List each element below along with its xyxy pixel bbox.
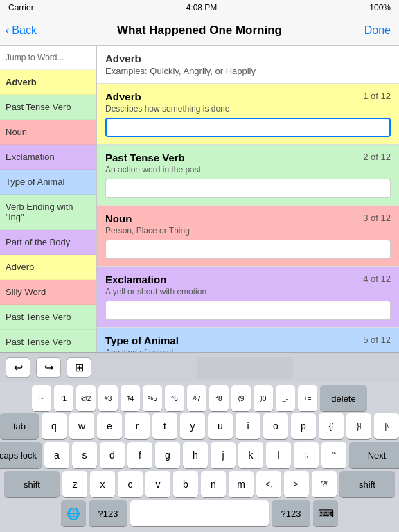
undo-button[interactable]: ↩ [6, 357, 30, 378]
key-p[interactable]: p [291, 413, 316, 439]
entry-desc-0: Describes how something is done [105, 104, 391, 114]
key-gt[interactable]: >. [284, 471, 309, 497]
key-b[interactable]: b [173, 471, 198, 497]
delete-button[interactable]: delete [320, 385, 367, 411]
key-1[interactable]: !1 [54, 385, 73, 411]
clipboard-button[interactable]: ⊞ [66, 357, 91, 378]
shift-right-key[interactable]: shift [339, 471, 395, 497]
sidebar-item-8[interactable]: Adverb [0, 255, 96, 280]
key-lt[interactable]: <, [256, 471, 281, 497]
back-chevron-icon: ‹ [6, 24, 9, 37]
key-s[interactable]: s [72, 442, 97, 468]
key-n[interactable]: n [201, 471, 226, 497]
key-5[interactable]: %5 [143, 385, 162, 411]
keyboard-icon[interactable]: ⌨ [313, 500, 338, 526]
key-rbrace[interactable]: }] [346, 413, 371, 439]
entry-input-1[interactable] [105, 179, 391, 198]
key-v[interactable]: v [145, 471, 170, 497]
sidebar-item-3[interactable]: Noun [0, 120, 96, 145]
key-u[interactable]: u [208, 413, 233, 439]
sidebar-item-7[interactable]: Part of the Body [0, 230, 96, 255]
num-switch-left[interactable]: ?123 [89, 500, 127, 526]
key-7[interactable]: &7 [187, 385, 206, 411]
number-row: ~ !1 @2 #3 $4 %5 ^6 &7 *8 (9 )0 _- += de… [1, 385, 398, 411]
key-w[interactable]: w [69, 413, 94, 439]
key-m[interactable]: m [229, 471, 254, 497]
key-h[interactable]: h [183, 442, 208, 468]
return-key[interactable]: Next [349, 442, 399, 468]
sidebar-item-10[interactable]: Past Tense Verb [0, 305, 96, 330]
row-qwerty: tab q w e r t y u i o p {[ }] |\ [1, 413, 398, 439]
entry-title-0: Adverb [105, 91, 141, 103]
entry-title-2: Noun [105, 213, 132, 224]
key-c[interactable]: c [118, 471, 143, 497]
entry-input-2[interactable] [105, 240, 391, 259]
redo-button[interactable]: ↪ [36, 357, 61, 378]
prompt-block: Adverb Examples: Quickly, Angrily, or Ha… [97, 46, 399, 84]
key-2[interactable]: @2 [76, 385, 96, 411]
entry-input-0[interactable] [105, 118, 391, 137]
key-z[interactable]: z [62, 471, 87, 497]
prompt-example: Examples: Quickly, Angrily, or Happily [105, 66, 391, 76]
key-tilde[interactable]: ~ [32, 385, 51, 411]
sidebar-item-0[interactable]: Jump to Word... [0, 46, 96, 70]
key-plus[interactable]: += [298, 385, 317, 411]
key-t[interactable]: t [152, 413, 177, 439]
main-form: Adverb Examples: Quickly, Angrily, or Ha… [97, 46, 399, 352]
key-a[interactable]: a [44, 442, 69, 468]
key-colon[interactable]: :; [294, 442, 319, 468]
entry-count-3: 4 of 12 [363, 274, 391, 284]
key-pipe[interactable]: |\ [374, 413, 399, 439]
key-k[interactable]: k [238, 442, 263, 468]
entry-count-2: 3 of 12 [363, 213, 391, 223]
entry-title-3: Exclamation [105, 274, 166, 285]
key-quote[interactable]: "' [321, 442, 346, 468]
key-4[interactable]: $4 [121, 385, 140, 411]
key-6[interactable]: ^6 [165, 385, 184, 411]
key-question[interactable]: ?/ [312, 471, 337, 497]
sidebar-item-4[interactable]: Exclamation [0, 145, 96, 170]
key-minus[interactable]: _- [276, 385, 295, 411]
key-f[interactable]: f [127, 442, 152, 468]
key-j[interactable]: j [211, 442, 236, 468]
key-d[interactable]: d [100, 442, 125, 468]
key-i[interactable]: i [236, 413, 260, 439]
row-asdf: caps lock a s d f g h j k l :; "' Next [1, 442, 398, 468]
done-button[interactable]: Done [364, 24, 391, 37]
key-lbrace[interactable]: {[ [319, 413, 344, 439]
sidebar-item-9[interactable]: Silly Word [0, 280, 96, 305]
key-o[interactable]: o [263, 413, 288, 439]
sidebar-item-6[interactable]: Verb Ending with "ing" [0, 195, 96, 230]
sidebar-item-1[interactable]: Adverb [0, 70, 96, 95]
tab-key[interactable]: tab [0, 413, 39, 439]
key-9[interactable]: (9 [231, 385, 251, 411]
back-button[interactable]: ‹ Back [6, 24, 37, 37]
page-title: What Happened One Morning [117, 24, 282, 37]
entry-input-3[interactable] [105, 301, 391, 320]
entry-desc-3: A yell or shout with emotion [105, 287, 391, 296]
sidebar-item-11[interactable]: Past Tense Verb [0, 330, 96, 352]
toolbar-area [197, 357, 292, 379]
sidebar-item-2[interactable]: Past Tense Verb [0, 95, 96, 120]
sidebar-item-5[interactable]: Type of Animal [0, 170, 96, 195]
time: 4:08 PM [186, 3, 218, 12]
key-q[interactable]: q [42, 413, 66, 439]
entry-count-0: 1 of 12 [363, 91, 391, 101]
space-key[interactable] [130, 500, 269, 526]
key-e[interactable]: e [97, 413, 122, 439]
capslock-key[interactable]: caps lock [0, 442, 42, 468]
key-r[interactable]: r [125, 413, 150, 439]
entry-card-0: Adverb1 of 12Describes how something is … [97, 84, 399, 145]
key-x[interactable]: x [90, 471, 115, 497]
shift-left-key[interactable]: shift [4, 471, 60, 497]
key-y[interactable]: y [180, 413, 205, 439]
num-switch-right[interactable]: ?123 [272, 500, 310, 526]
nav-bar: ‹ Back What Happened One Morning Done [0, 15, 399, 46]
emoji-key[interactable]: 🌐 [61, 500, 86, 526]
key-3[interactable]: #3 [98, 385, 118, 411]
key-l[interactable]: l [266, 442, 291, 468]
key-8[interactable]: *8 [209, 385, 229, 411]
key-g[interactable]: g [155, 442, 180, 468]
key-0[interactable]: )0 [254, 385, 273, 411]
entry-title-1: Past Tense Verb [105, 152, 185, 163]
